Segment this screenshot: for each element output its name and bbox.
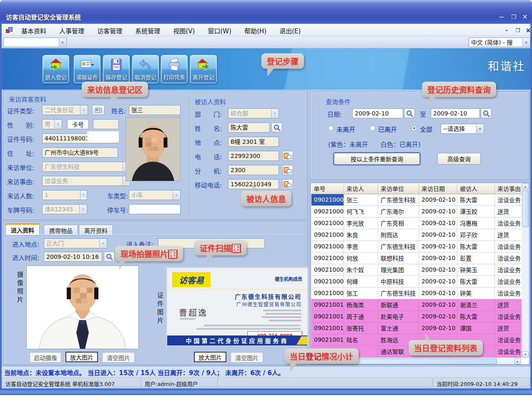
table-cell[interactable]: 090210009 [311, 287, 344, 299]
save-register-button[interactable]: 保存登记 [103, 55, 130, 83]
table-cell[interactable]: 广东德生科技 [378, 240, 419, 252]
cert-type-select[interactable]: 二代身份证 ▾ [42, 105, 88, 115]
table-cell[interactable]: 朱良 [344, 229, 378, 240]
visited-name-field[interactable]: 陈大雷 [228, 123, 270, 133]
read-idcard-button[interactable] [92, 105, 105, 115]
close-icon[interactable]: ✕ [519, 13, 530, 21]
table-cell[interactable]: 2009-02-10 [419, 240, 457, 252]
table-cell[interactable]: 2009-02-10 [419, 252, 457, 264]
table-row[interactable]: 090210008何峰中原科技2009-02-10陈大雷洽谈业务 [311, 275, 522, 287]
menu-item-exit[interactable]: 退出(E) [274, 24, 306, 35]
card-number-button[interactable]: 卡号 [67, 119, 89, 129]
table-cell[interactable]: 陈大雷 [457, 194, 495, 205]
chevron-down-icon[interactable]: ▾ [59, 38, 66, 46]
table-cell[interactable]: 陈大雷 [457, 275, 495, 287]
print-receipt-button[interactable]: 打印凭条 [161, 55, 188, 83]
table-row[interactable]: 090210005李思广东德生科技2009-02-10陈大雷洽谈业务 [311, 240, 522, 252]
scroll-down-icon[interactable]: ▾ [522, 351, 529, 358]
table-cell[interactable]: 090210007 [311, 264, 344, 275]
card-number-field[interactable] [93, 119, 119, 129]
location-field[interactable]: B幢 2301 室 [228, 137, 279, 147]
entry-time-field[interactable]: 2009-02-10 10:16 [44, 252, 102, 262]
tab-leave-info[interactable]: 离开资料 [79, 225, 113, 235]
scroll-up-icon[interactable]: ▴ [522, 183, 529, 190]
table-cell[interactable]: 彭置 [457, 252, 495, 264]
minimize-icon[interactable]: — [496, 13, 507, 21]
toolbar-combobox[interactable]: ▾ [3, 38, 67, 47]
table-row[interactable]: 090210012张寄托富士通2009-02-10谭国送货 [311, 322, 522, 334]
leave-register-button[interactable]: 离开登记 [190, 55, 217, 83]
language-bar[interactable]: 中文 (简体) - 搜 ▾ [469, 38, 530, 47]
table-row[interactable]: 090210001张三广东德生科技2009-02-10陈大雷洽谈业务 [311, 194, 522, 205]
chevron-down-icon[interactable]: ▾ [476, 125, 483, 133]
table-cell[interactable]: 2009-02-10 [419, 299, 457, 310]
company-select[interactable]: 广东德生科技 ▾ [42, 162, 130, 172]
requery-button[interactable]: 按以上条件重新查询 [334, 153, 420, 165]
table-cell[interactable]: 090210002 [311, 205, 344, 217]
table-cell[interactable]: 2009-02-10 [419, 275, 457, 287]
table-cell[interactable]: 广东海尔 [378, 205, 419, 217]
table-cell[interactable]: 090210008 [311, 275, 344, 287]
table-cell[interactable]: 富士通 [378, 322, 419, 334]
dept-select[interactable]: 综合部 ▾ [228, 108, 279, 118]
table-cell[interactable]: 2009-02-10 [419, 287, 457, 299]
table-header-cell[interactable]: 来访事由 [495, 183, 522, 194]
ext-field[interactable]: 2300 [228, 165, 279, 175]
table-cell[interactable]: 2009-02-10 [419, 264, 457, 275]
up-arrow-icon[interactable]: ▴ [80, 191, 86, 198]
table-header-cell[interactable]: 来访日期 [419, 183, 457, 194]
table-cell[interactable]: 新联通 [378, 299, 419, 310]
enter-register-button[interactable]: 进入登记 [43, 55, 69, 83]
table-cell[interactable]: 090210004 [311, 229, 344, 240]
table-cell[interactable]: 2009-02-10 [419, 322, 457, 334]
table-header-cell[interactable]: 来访人 [344, 183, 378, 194]
table-cell[interactable]: 送货 [495, 299, 522, 310]
table-cell[interactable]: 洽谈业务 [495, 275, 522, 287]
table-cell[interactable]: 广东亮相 [378, 217, 419, 229]
tab-entry-info[interactable]: 进入资料 [5, 223, 40, 235]
count-stepper[interactable]: 1 ▴▾ [42, 190, 87, 200]
zoom-photo-button[interactable]: 放大图片 [65, 352, 98, 362]
menu-item-view[interactable]: 视图(V) [168, 24, 200, 35]
reason-select[interactable]: 洽谈业务 ▾ [42, 176, 130, 186]
table-cell[interactable]: 谭玉姣 [457, 205, 495, 217]
gender-select[interactable]: 男 ▾ [42, 119, 62, 129]
table-cell[interactable]: 090210012 [311, 322, 344, 334]
table-cell[interactable]: 周于通 [344, 310, 378, 322]
table-cell[interactable]: 洽谈业务 [495, 310, 522, 322]
vertical-scroll-thumb[interactable] [522, 190, 529, 227]
table-row[interactable]: 090210003李光放广东亮相2009-02-10冯惠梅洽谈业务 [311, 217, 522, 229]
call-mobile-button[interactable] [282, 179, 293, 189]
table-cell[interactable]: 朱个奴 [344, 264, 378, 275]
table-cell[interactable]: 洽谈业务 [495, 240, 522, 252]
table-cell[interactable]: 090210003 [311, 217, 344, 229]
table-cell[interactable]: 何放 [344, 252, 378, 264]
stepper-arrows[interactable]: ▴▾ [80, 191, 86, 199]
table-cell[interactable]: 2009-02-10 [419, 310, 457, 322]
plate-select[interactable]: 津A12345 ▾ [42, 204, 87, 214]
table-cell[interactable]: 张寄托 [344, 322, 378, 334]
table-row[interactable]: 090210010杨海类新联通2009-02-10谢清兰送货 [311, 299, 522, 310]
read-card-button[interactable]: 读取证件 [74, 55, 100, 83]
cancel-register-button[interactable]: 取消登记 [132, 55, 159, 83]
table-cell[interactable]: 洽谈业务 [495, 287, 522, 299]
table-cell[interactable]: 2009-02-10 [419, 194, 457, 205]
table-cell[interactable]: 谭国 [457, 322, 495, 334]
table-row[interactable]: 090210006何放联想科技2009-02-10彭置洽谈业务 [311, 252, 522, 264]
table-cell[interactable]: 洽谈业务 [495, 194, 522, 205]
table-cell[interactable]: 李光放 [344, 217, 378, 229]
table-cell[interactable]: 090210005 [311, 240, 344, 252]
table-cell[interactable]: 广东德生科技 [378, 287, 419, 299]
phone-field[interactable]: 22992300 [228, 151, 279, 161]
table-cell[interactable]: 冯惠梅 [457, 217, 495, 229]
menu-item-basic[interactable]: 基本资料 [16, 24, 52, 35]
table-cell[interactable]: 洽谈业务 [495, 217, 522, 229]
table-cell[interactable]: 090210001 [311, 194, 344, 205]
table-cell[interactable]: 送货 [495, 229, 522, 240]
table-cell[interactable]: 邓子欣 [457, 229, 495, 240]
table-cell[interactable]: 赴美电子 [378, 310, 419, 322]
table-cell[interactable]: 广东德生科技 [378, 194, 419, 205]
menu-item-hr[interactable]: 人事管理 [54, 24, 90, 35]
table-cell[interactable]: 张工 [344, 287, 378, 299]
table-cell[interactable]: 090210006 [311, 252, 344, 264]
